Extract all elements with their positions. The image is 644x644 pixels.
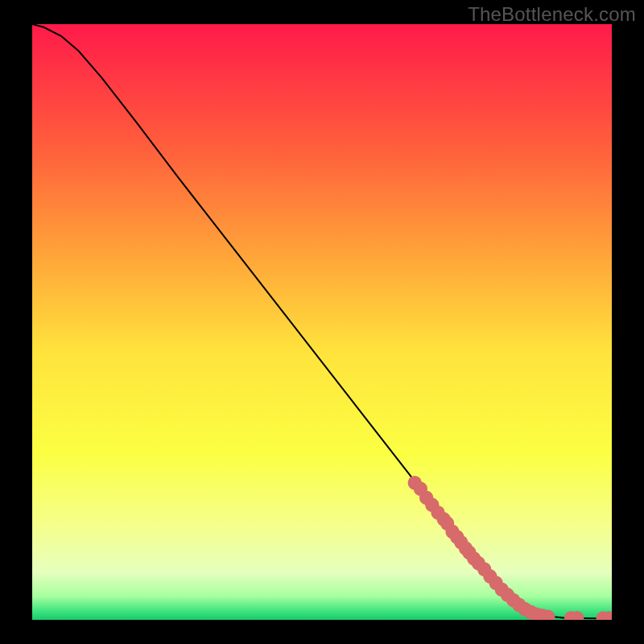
plot-area: [32, 24, 612, 620]
watermark-label: TheBottleneck.com: [468, 3, 636, 26]
chart-svg: [32, 24, 612, 620]
gradient-background: [32, 24, 612, 620]
chart-frame: TheBottleneck.com: [0, 0, 644, 644]
